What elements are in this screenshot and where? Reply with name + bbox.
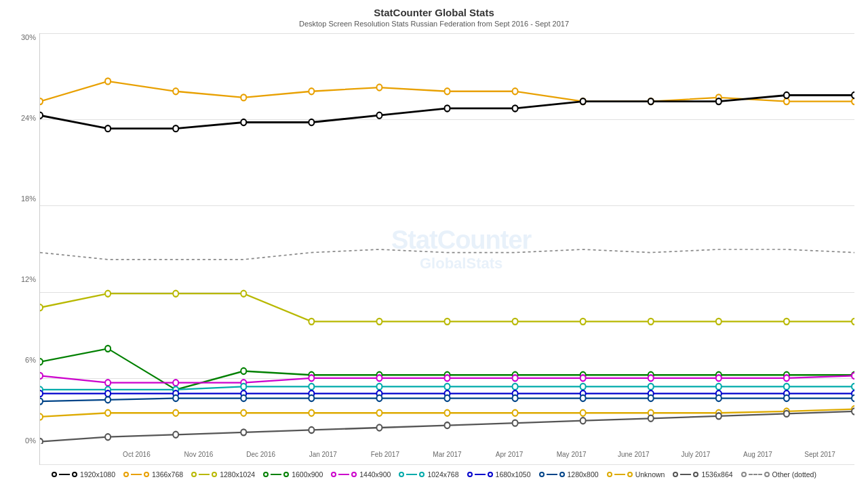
chart-title: StatCounter Global Stats: [374, 7, 494, 18]
x-label-sept17: Sept 2017: [789, 451, 851, 458]
svg-point-92: [105, 396, 111, 403]
svg-point-123: [444, 422, 450, 428]
x-label-jun17: June 2017: [602, 451, 665, 458]
svg-point-19: [444, 105, 450, 111]
svg-point-63: [784, 375, 789, 381]
svg-point-31: [376, 319, 382, 325]
svg-point-0: [40, 98, 43, 104]
y-axis: 30% 24% 18% 12% 6% 0%: [14, 33, 39, 465]
svg-point-73: [580, 384, 586, 390]
x-axis: Oct 2016 Nov 2016 Dec 2016 Jan 2017 Feb …: [40, 444, 854, 464]
x-label-apr17: Apr 2017: [478, 451, 540, 458]
svg-point-32: [444, 319, 450, 325]
chart-plot: StatCounter GlobalStats: [39, 33, 854, 465]
svg-point-18: [376, 113, 382, 119]
svg-point-64: [852, 373, 854, 379]
chart-lines: [40, 33, 854, 444]
legend-label-1600x900: 1600x900: [292, 470, 323, 479]
y-label-30: 30%: [21, 33, 36, 41]
svg-point-20: [513, 105, 518, 111]
y-label-12: 12%: [21, 275, 36, 283]
svg-point-4: [309, 88, 314, 94]
legend-item-1600x900: 1600x900: [263, 470, 323, 479]
svg-point-37: [784, 319, 789, 325]
svg-point-23: [716, 98, 722, 104]
y-label-0: 0%: [25, 436, 36, 445]
svg-point-124: [513, 420, 518, 426]
svg-point-105: [105, 410, 111, 416]
svg-point-60: [580, 375, 586, 381]
svg-point-24: [784, 92, 789, 98]
svg-point-30: [309, 319, 314, 325]
legend-item-unknown: Unknown: [607, 470, 665, 479]
svg-point-108: [309, 410, 314, 416]
svg-point-121: [309, 427, 314, 433]
chart-area: 30% 24% 18% 12% 6% 0% StatCounter Global…: [14, 33, 854, 465]
svg-point-7: [513, 88, 518, 94]
svg-point-78: [40, 390, 43, 396]
svg-point-16: [241, 119, 246, 125]
svg-point-119: [173, 432, 178, 438]
svg-point-129: [852, 408, 854, 414]
legend-line-1920x1080: [59, 474, 70, 475]
legend-item-1280x800: 1280x800: [539, 470, 599, 479]
x-label-aug17: Aug 2017: [727, 451, 789, 458]
svg-point-106: [173, 410, 178, 416]
svg-point-97: [444, 395, 450, 401]
svg-point-74: [648, 384, 654, 390]
svg-point-117: [40, 439, 43, 444]
svg-point-14: [105, 125, 111, 131]
chart-container: StatCounter Global Stats Desktop Screen …: [0, 0, 868, 488]
svg-point-29: [241, 291, 246, 297]
svg-point-98: [513, 395, 518, 401]
svg-point-94: [241, 395, 246, 401]
y-label-6: 6%: [25, 356, 36, 364]
svg-point-110: [444, 410, 450, 416]
legend-label-1536x864: 1536x864: [701, 470, 732, 479]
legend-label-1680x1050: 1680x1050: [496, 470, 531, 479]
svg-point-22: [648, 98, 654, 104]
svg-point-126: [648, 415, 654, 422]
svg-point-76: [784, 384, 789, 390]
legend-label-1366x768: 1366x768: [152, 470, 183, 479]
legend-label-1280x800: 1280x800: [568, 470, 599, 479]
svg-point-127: [716, 413, 722, 419]
svg-point-40: [105, 346, 111, 352]
svg-point-12: [852, 98, 854, 104]
svg-point-54: [173, 380, 178, 386]
svg-point-71: [444, 384, 450, 390]
svg-point-17: [309, 119, 314, 125]
svg-point-70: [376, 384, 382, 390]
svg-point-56: [309, 375, 314, 381]
svg-point-1: [105, 78, 111, 84]
svg-point-15: [173, 125, 178, 131]
svg-point-28: [173, 291, 178, 297]
legend-label-1024x768: 1024x768: [427, 470, 458, 479]
svg-point-2: [173, 88, 178, 94]
svg-point-61: [648, 375, 654, 381]
svg-point-27: [105, 291, 111, 297]
svg-point-111: [513, 410, 518, 416]
x-label-jul17: July 2017: [665, 451, 727, 458]
y-label-18: 18%: [21, 195, 36, 203]
svg-point-36: [716, 319, 722, 325]
svg-point-79: [105, 390, 111, 396]
svg-point-3: [241, 94, 246, 100]
legend-item-1024x768: 1024x768: [399, 470, 458, 479]
svg-point-68: [241, 384, 246, 390]
x-label-may17: May 2017: [540, 451, 603, 458]
legend-dot-1920x1080: [52, 472, 57, 477]
line-other: [40, 249, 854, 260]
svg-point-112: [580, 410, 586, 416]
legend-item-other: Other (dotted): [741, 470, 816, 479]
x-label-nov16: Nov 2016: [167, 451, 230, 458]
legend-item-1440x900: 1440x900: [331, 470, 391, 479]
svg-point-103: [852, 395, 854, 401]
svg-point-77: [852, 384, 854, 390]
x-label-feb17: Feb 2017: [354, 451, 416, 458]
svg-point-95: [309, 395, 314, 401]
legend: 1920x1080 1366x768 1280x1024: [14, 465, 854, 481]
svg-point-96: [376, 395, 382, 401]
svg-point-26: [40, 304, 43, 310]
svg-point-33: [513, 319, 518, 325]
